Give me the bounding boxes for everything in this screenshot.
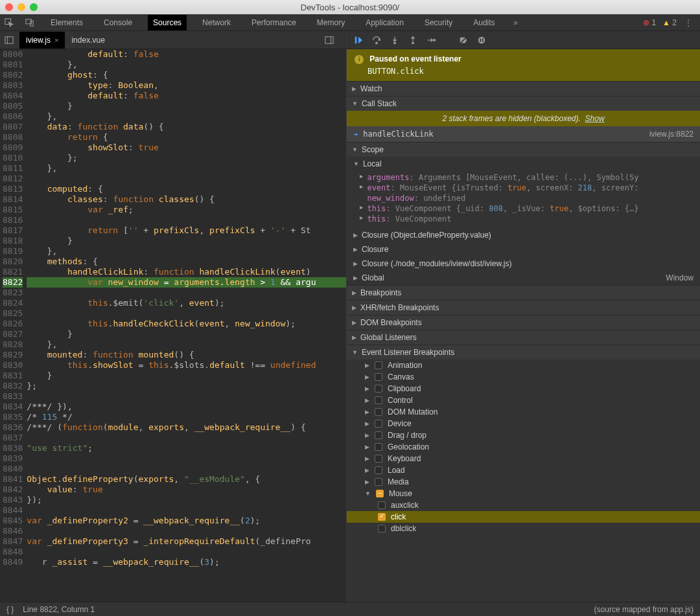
info-icon: i [355,55,364,64]
checkbox[interactable] [378,513,386,521]
status-bar: { } Line 8822, Column 1 (source mapped f… [0,602,700,616]
scope-global[interactable]: ▶Global Window [347,271,700,285]
titlebar: DevTools - localhost:9090/ [0,0,700,14]
svg-point-10 [394,42,396,44]
warning-badge[interactable]: ▲ 2 [662,18,677,27]
watch-section[interactable]: ▶Watch [347,81,700,96]
checkbox[interactable] [375,431,382,439]
pause-on-exceptions-icon[interactable] [476,35,487,45]
event-type-auxclick[interactable]: auxclick [347,499,700,511]
checkbox[interactable] [378,525,386,532]
tab-audits[interactable]: Audits [468,15,500,30]
cursor-position: Line 8822, Column 1 [23,605,95,614]
event-category[interactable]: ▶Geolocation [347,441,700,453]
tab-console[interactable]: Console [99,15,137,30]
event-category[interactable]: ▶Keyboard [347,453,700,464]
svg-rect-17 [480,38,481,41]
scope-closure[interactable]: ▶Closure (Object.defineProperty.value) [347,228,700,242]
event-type-dblclick[interactable]: dblclick [347,523,700,534]
checkbox[interactable] [375,408,382,416]
checkbox[interactable] [375,466,382,474]
scope-variable[interactable]: ▶event: MouseEvent {isTrusted: true, scr… [347,183,700,193]
error-badge[interactable]: ⊗ 1 [643,18,656,27]
scope-closure[interactable]: ▶Closure [347,242,700,257]
event-category[interactable]: ▶Device [347,418,700,429]
navigator-toggle-icon[interactable] [4,35,14,45]
svg-rect-5 [325,36,333,43]
brackets-icon[interactable]: { } [6,605,14,614]
tab-network[interactable]: Network [197,15,236,30]
event-listener-breakpoints-section[interactable]: ▼Event Listener Breakpoints [347,345,700,359]
more-tabs-icon[interactable]: » [511,17,521,28]
event-category[interactable]: ▶Canvas [347,371,700,383]
event-category[interactable]: ▶Animation [347,359,700,371]
call-frame[interactable]: ➔ handleClickLink iview.js:8822 [347,126,700,142]
checkbox[interactable] [375,373,382,381]
event-category[interactable]: ▶Clipboard [347,383,700,394]
debugger-toolbar [347,31,700,49]
window-title: DevTools - localhost:9090/ [0,3,700,12]
device-toolbar-icon[interactable] [25,17,35,28]
hidden-frames-notice: 2 stack frames are hidden (blackboxed). … [347,111,700,126]
settings-menu-icon[interactable]: ⋮ [683,17,694,28]
tab-elements[interactable]: Elements [45,15,88,30]
checkbox-mouse[interactable] [376,490,384,497]
scope-section[interactable]: ▼Scope [347,142,700,157]
dom-breakpoints-section[interactable]: ▶DOM Breakpoints [347,315,700,330]
checkbox[interactable] [375,396,382,404]
source-map-info: (source mapped from app.js) [594,605,694,614]
step-over-icon[interactable] [371,35,382,45]
tab-security[interactable]: Security [419,15,458,30]
deactivate-breakpoints-icon[interactable] [458,35,469,45]
inspect-element-icon[interactable] [4,17,14,28]
file-tab-index[interactable]: index.vue [65,32,111,49]
file-tabs: iview.js× index.vue [0,31,346,49]
scope-variable[interactable]: ▶arguments: Arguments [MouseEvent, calle… [347,172,700,183]
event-category[interactable]: ▶Control [347,394,700,406]
callstack-section[interactable]: ▼Call Stack [347,96,700,111]
checkbox[interactable] [378,501,386,509]
checkbox[interactable] [375,420,382,428]
run-snippet-icon[interactable] [324,35,334,45]
tab-memory[interactable]: Memory [312,15,350,30]
checkbox[interactable] [375,443,382,451]
event-category[interactable]: ▶Load [347,464,700,476]
checkbox[interactable] [375,478,382,486]
xhr-breakpoints-section[interactable]: ▶XHR/fetch Breakpoints [347,300,700,315]
event-category[interactable]: ▶Drag / drop [347,429,700,441]
global-listeners-section[interactable]: ▶Global Listeners [347,330,700,345]
show-hidden-frames-link[interactable]: Show [585,114,605,123]
tab-application[interactable]: Application [360,15,409,30]
tab-sources[interactable]: Sources [148,15,187,30]
scope-variable[interactable]: ▶new_window: undefined [347,193,700,203]
file-tab-iview[interactable]: iview.js× [19,32,65,49]
svg-point-8 [376,42,378,44]
step-icon[interactable] [426,35,436,45]
current-frame-icon: ➔ [353,130,358,139]
breakpoints-section[interactable]: ▶Breakpoints [347,285,700,300]
scope-variable[interactable]: ▶this: VueComponent [347,214,700,224]
paused-banner: i Paused on event listener BUTTON.click [347,49,700,81]
step-into-icon[interactable] [390,35,400,45]
svg-point-12 [412,42,414,44]
resume-icon[interactable] [353,35,364,45]
checkbox[interactable] [375,455,382,462]
scope-variable[interactable]: ▶this: VueComponent {_uid: 808, _isVue: … [347,203,700,214]
scope-local[interactable]: ▼Local [347,157,700,171]
event-category[interactable]: ▶Media [347,476,700,488]
event-category-mouse[interactable]: ▼Mouse [347,488,700,499]
svg-rect-18 [482,38,484,41]
scope-closure[interactable]: ▶Closure (./node_modules/iview/dist/ivie… [347,257,700,271]
svg-point-14 [434,39,436,41]
code-editor[interactable]: 8800880188028803880488058806880788088809… [0,49,346,602]
close-icon[interactable]: × [54,36,58,44]
checkbox[interactable] [375,385,382,393]
checkbox[interactable] [375,361,382,369]
tab-performance[interactable]: Performance [246,15,301,30]
svg-point-16 [478,36,485,43]
main-tabs: Elements Console Sources Network Perform… [0,14,700,31]
svg-rect-7 [355,36,357,43]
event-type-click[interactable]: click [347,511,700,523]
event-category[interactable]: ▶DOM Mutation [347,406,700,418]
step-out-icon[interactable] [408,35,418,45]
